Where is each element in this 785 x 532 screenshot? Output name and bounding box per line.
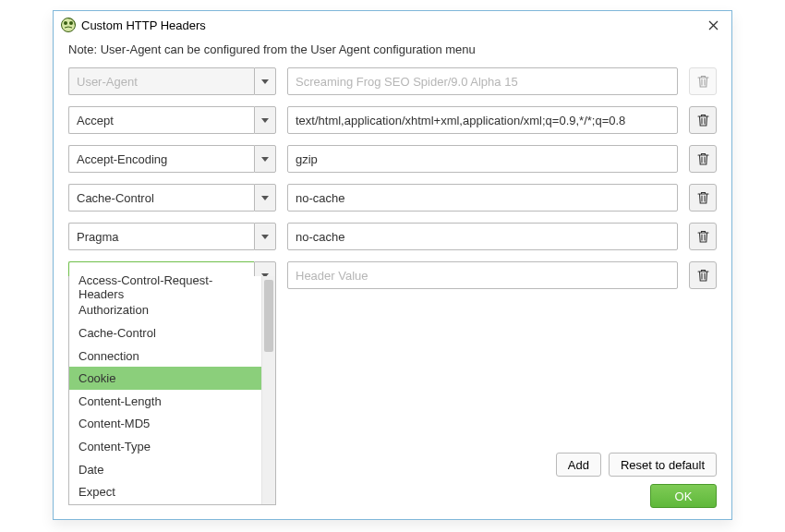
- svg-point-1: [64, 21, 67, 25]
- svg-point-2: [69, 21, 73, 25]
- trash-icon: [697, 152, 709, 165]
- header-name-input[interactable]: [68, 106, 254, 134]
- header-name-dropdown-button[interactable]: [254, 184, 276, 212]
- svg-point-0: [62, 18, 76, 32]
- header-row: [68, 67, 717, 95]
- trash-icon: [697, 191, 709, 204]
- delete-header-button[interactable]: [689, 223, 717, 250]
- chevron-down-icon: [261, 157, 269, 162]
- dropdown-option[interactable]: Connection: [69, 345, 261, 368]
- dropdown-option[interactable]: Content-Length: [69, 390, 261, 413]
- dialog-title: Custom HTTP Headers: [81, 18, 702, 32]
- add-button[interactable]: Add: [556, 453, 601, 477]
- trash-icon: [697, 114, 709, 127]
- reset-default-button[interactable]: Reset to default: [609, 453, 717, 477]
- delete-header-button: [689, 67, 717, 95]
- dropdown-option[interactable]: Content-Type: [69, 435, 261, 458]
- header-name-combo[interactable]: [68, 145, 276, 173]
- header-row: [68, 106, 717, 134]
- chevron-down-icon: [261, 79, 269, 84]
- trash-icon: [697, 75, 709, 88]
- delete-header-button[interactable]: [689, 145, 717, 173]
- dropdown-option[interactable]: Content-MD5: [69, 413, 261, 436]
- header-name-combo[interactable]: [68, 106, 276, 134]
- dropdown-option[interactable]: Cache-Control: [69, 321, 261, 345]
- ok-button[interactable]: OK: [650, 484, 717, 508]
- header-name-dropdown[interactable]: Access-Control-Request-HeadersAuthorizat…: [68, 276, 276, 505]
- header-value-input[interactable]: [287, 223, 678, 250]
- header-name-combo[interactable]: [68, 184, 276, 212]
- header-name-input[interactable]: [68, 145, 254, 173]
- header-row: [68, 223, 717, 250]
- note-text: Note: User-Agent can be configured from …: [68, 42, 717, 56]
- header-value-input: [287, 67, 678, 95]
- dropdown-option[interactable]: Authorization: [69, 299, 261, 322]
- header-name-dropdown-button[interactable]: [254, 223, 276, 250]
- delete-header-button[interactable]: [689, 184, 717, 212]
- header-name-input[interactable]: [68, 223, 254, 250]
- trash-icon: [697, 230, 709, 243]
- trash-icon: [697, 269, 709, 282]
- dialog-content: Note: User-Agent can be configured from …: [54, 42, 731, 315]
- header-name-input[interactable]: [68, 184, 254, 212]
- dialog-window: Custom HTTP Headers Note: User-Agent can…: [53, 10, 732, 520]
- dropdown-option[interactable]: Cookie: [69, 367, 261, 390]
- chevron-down-icon: [261, 118, 269, 123]
- header-value-input[interactable]: [287, 261, 678, 289]
- header-name-combo[interactable]: [68, 223, 276, 250]
- header-row: [68, 184, 717, 212]
- scrollbar-thumb[interactable]: [264, 280, 273, 352]
- dropdown-scrollbar[interactable]: [261, 276, 275, 504]
- header-row: [68, 145, 717, 173]
- dropdown-option[interactable]: Date: [69, 458, 261, 481]
- header-value-input[interactable]: [287, 106, 678, 134]
- chevron-down-icon: [261, 196, 269, 200]
- dropdown-option[interactable]: Expect: [69, 480, 261, 503]
- header-value-input[interactable]: [287, 145, 678, 173]
- app-icon: [61, 18, 76, 32]
- header-value-input[interactable]: [287, 184, 678, 212]
- titlebar: Custom HTTP Headers: [54, 11, 731, 39]
- header-name-dropdown-button[interactable]: [254, 106, 276, 134]
- dropdown-option[interactable]: Access-Control-Request-Headers: [69, 276, 261, 299]
- close-button[interactable]: [702, 14, 724, 36]
- header-name-input: [68, 67, 254, 95]
- header-name-dropdown-button: [254, 67, 276, 95]
- delete-header-button[interactable]: [689, 261, 717, 289]
- header-name-dropdown-button[interactable]: [254, 145, 276, 173]
- close-icon: [708, 20, 719, 30]
- delete-header-button[interactable]: [689, 106, 717, 134]
- dialog-footer: Add Reset to default OK: [556, 453, 717, 508]
- header-name-combo: [68, 67, 276, 95]
- chevron-down-icon: [261, 235, 269, 239]
